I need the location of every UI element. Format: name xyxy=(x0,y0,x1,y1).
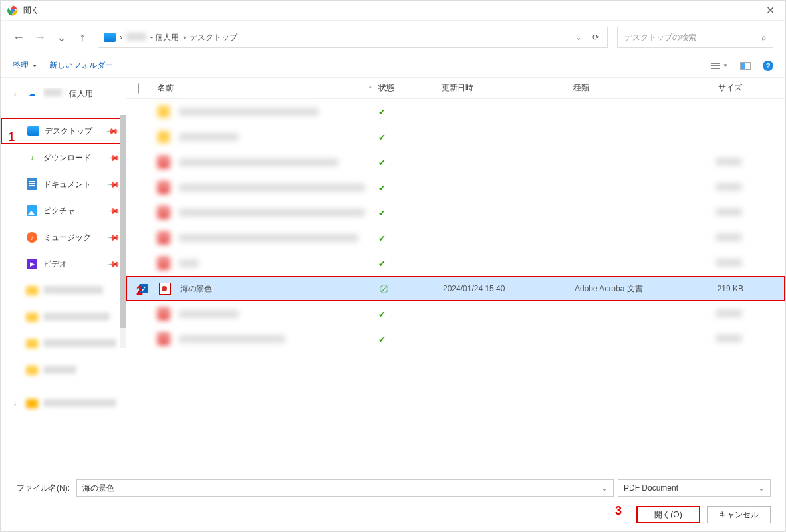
list-view-icon xyxy=(711,63,720,69)
folder-icon xyxy=(26,366,38,375)
document-icon xyxy=(27,178,37,190)
view-mode-button[interactable]: ▼ xyxy=(711,63,728,69)
open-button[interactable]: 開く(O) xyxy=(636,506,700,523)
file-type: Adobe Acroba 文書 xyxy=(575,283,688,295)
toolbar: 整理 ▼ 新しいフォルダー ▼ ? xyxy=(1,54,785,78)
file-row[interactable]: ✔ xyxy=(126,150,785,175)
nav-forward[interactable]: → xyxy=(34,31,46,45)
column-size[interactable]: サイズ xyxy=(686,82,751,94)
filetype-select[interactable]: PDF Document ⌄ xyxy=(618,479,771,497)
annotation-3: 3 xyxy=(615,504,622,518)
pin-icon: 📌 xyxy=(107,231,121,245)
search-icon[interactable]: ⌕ xyxy=(761,33,766,42)
pdf-icon xyxy=(158,257,170,269)
file-row[interactable]: ✔ xyxy=(126,327,785,352)
folder-icon xyxy=(26,286,38,295)
cloud-icon: ☁ xyxy=(26,88,38,100)
new-folder-button[interactable]: 新しいフォルダー xyxy=(49,60,113,71)
scrollbar-thumb[interactable] xyxy=(120,115,126,328)
file-row[interactable]: ✔ xyxy=(126,225,785,251)
sync-ok-icon: ✔ xyxy=(378,132,386,142)
pdf-icon xyxy=(159,283,171,295)
pin-icon: 📌 xyxy=(107,204,121,218)
file-row[interactable]: ✔ xyxy=(126,175,785,200)
file-row[interactable]: ✔ xyxy=(126,251,785,276)
file-row[interactable]: ✔ xyxy=(126,124,785,150)
sidebar-item-blurred[interactable] xyxy=(1,304,126,331)
cancel-button[interactable]: キャンセル xyxy=(707,506,771,523)
sidebar-item-music[interactable]: ♪ ミュージック 📌 xyxy=(1,224,126,251)
preview-pane-button[interactable] xyxy=(740,62,751,70)
sync-ok-icon: ✔ xyxy=(378,259,386,269)
sidebar-item-label: ドキュメント xyxy=(43,179,104,190)
file-row[interactable]: ✔ xyxy=(126,99,785,124)
sidebar-item-onedrive[interactable]: › ☁ - 個人用 xyxy=(1,80,126,107)
file-list-header: 名前 ^ 状態 更新日時 種類 サイズ xyxy=(126,78,785,99)
help-button[interactable]: ? xyxy=(763,61,773,71)
nav-back[interactable]: ← xyxy=(13,31,25,45)
breadcrumb-sep: › xyxy=(183,33,186,42)
addr-dropdown[interactable]: ⌄ xyxy=(571,33,586,42)
column-name[interactable]: 名前 ^ xyxy=(158,82,378,94)
search-box[interactable]: ⌕ xyxy=(617,27,773,48)
sync-ok-icon: ✔ xyxy=(378,183,386,193)
column-type[interactable]: 種類 xyxy=(573,82,686,94)
annotation-1: 1 xyxy=(8,130,15,144)
pdf-icon xyxy=(158,232,170,244)
pdf-icon xyxy=(158,156,170,168)
filename-label: ファイル名(N): xyxy=(15,483,72,494)
address-bar[interactable]: › - 個人用 › デスクトップ ⌄ ⟳ xyxy=(98,27,608,48)
sidebar-scrollbar[interactable] xyxy=(120,115,126,348)
sidebar-item-blurred[interactable]: › xyxy=(1,390,126,417)
sidebar-item-label: ピクチャ xyxy=(43,205,104,217)
sidebar-item-label: デスクトップ xyxy=(45,126,102,137)
sidebar-item-videos[interactable]: ▶ ビデオ 📌 xyxy=(1,251,126,277)
titlebar: 開く ✕ xyxy=(1,1,785,21)
file-row[interactable]: ✔ xyxy=(126,200,785,225)
sync-ok-icon: ✔ xyxy=(378,334,386,344)
sidebar-item-blurred[interactable] xyxy=(1,357,126,384)
sort-indicator-icon: ^ xyxy=(369,85,372,92)
sync-ok-icon: ✔ xyxy=(378,309,386,319)
pictures-icon xyxy=(27,205,37,216)
breadcrumb-user: - 個人用 xyxy=(150,32,179,43)
column-date[interactable]: 更新日時 xyxy=(442,82,573,94)
file-date: 2024/01/24 15:40 xyxy=(443,284,575,293)
sidebar-item-blurred[interactable] xyxy=(1,277,126,304)
search-input[interactable] xyxy=(624,33,761,42)
sync-ok-icon: ✔ xyxy=(378,233,386,243)
sidebar-item-desktop[interactable]: デスクトップ 📌 xyxy=(1,118,126,144)
sidebar-item-pictures[interactable]: ピクチャ 📌 xyxy=(1,198,126,224)
breadcrumb-current: デスクトップ xyxy=(190,32,237,43)
pin-icon: 📌 xyxy=(107,178,121,192)
sidebar-item-label: ビデオ xyxy=(43,259,104,270)
dialog-footer: ファイル名(N): 海の景色 ⌄ PDF Document ⌄ 開く(O) キャ… xyxy=(1,470,785,531)
pdf-icon xyxy=(158,207,170,219)
dropdown-icon: ⌄ xyxy=(758,483,765,493)
refresh-button[interactable]: ⟳ xyxy=(590,33,602,42)
organize-menu[interactable]: 整理 ▼ xyxy=(13,60,37,71)
filename-input[interactable]: 海の景色 ⌄ xyxy=(76,479,614,497)
select-all-checkbox[interactable] xyxy=(138,83,139,94)
file-size: 219 KB xyxy=(688,284,753,293)
sidebar-item-downloads[interactable]: ↓ ダウンロード 📌 xyxy=(1,144,126,171)
desktop-icon xyxy=(27,126,39,136)
dropdown-icon[interactable]: ⌄ xyxy=(601,483,608,493)
breadcrumb-sep: › xyxy=(120,33,122,42)
nav-recent[interactable]: ⌄ xyxy=(55,30,67,45)
pdf-icon xyxy=(158,308,170,320)
file-name: 海の景色 xyxy=(180,283,212,295)
close-button[interactable]: ✕ xyxy=(762,4,779,17)
file-row-selected[interactable]: ✓ 海の景色 ✓ 2024/01/24 15:40 Adobe Acroba 文… xyxy=(126,276,785,301)
sidebar-item-documents[interactable]: ドキュメント 📌 xyxy=(1,171,126,198)
sync-ok-icon: ✔ xyxy=(378,158,386,168)
pin-icon: 📌 xyxy=(107,151,121,165)
sidebar-item-blurred[interactable] xyxy=(1,331,126,357)
desktop-icon xyxy=(104,33,116,42)
chevron-right-icon: › xyxy=(14,400,21,408)
column-state[interactable]: 状態 xyxy=(378,82,442,94)
folder-icon xyxy=(26,399,38,408)
sidebar-item-label: ダウンロード xyxy=(43,152,104,164)
nav-up[interactable]: ↑ xyxy=(76,31,88,45)
file-row[interactable]: ✔ xyxy=(126,301,785,327)
